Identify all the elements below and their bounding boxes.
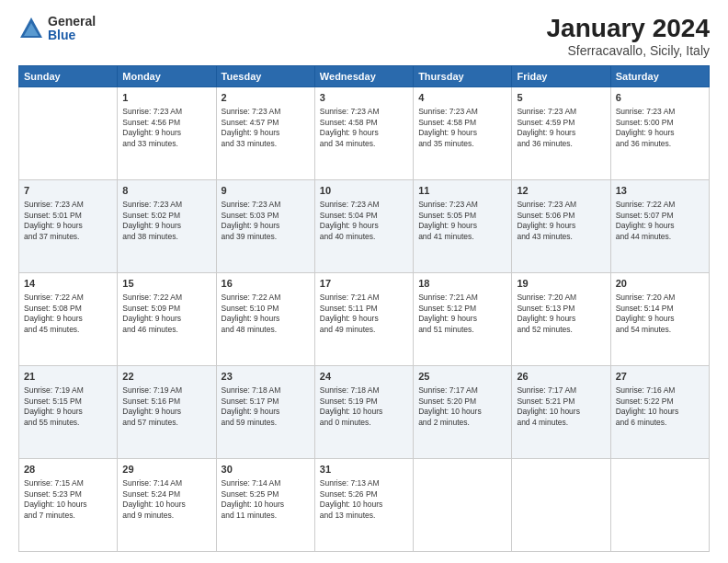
day-number: 9 — [222, 184, 310, 198]
col-thursday: Thursday — [414, 65, 512, 86]
day-number: 10 — [320, 184, 408, 198]
day-number: 8 — [122, 184, 210, 198]
day-info: Sunrise: 7:23 AMSunset: 4:58 PMDaylight:… — [418, 107, 506, 149]
day-number: 31 — [320, 463, 408, 477]
table-row: 14Sunrise: 7:22 AMSunset: 5:08 PMDayligh… — [19, 272, 118, 365]
day-number: 26 — [517, 370, 605, 384]
table-row: 8Sunrise: 7:23 AMSunset: 5:02 PMDaylight… — [118, 179, 216, 272]
day-info: Sunrise: 7:20 AMSunset: 5:14 PMDaylight:… — [616, 293, 704, 335]
day-info: Sunrise: 7:17 AMSunset: 5:20 PMDaylight:… — [418, 385, 506, 428]
col-wednesday: Wednesday — [314, 65, 413, 86]
col-sunday: Sunday — [19, 65, 118, 86]
day-number: 27 — [616, 370, 704, 384]
day-info: Sunrise: 7:22 AMSunset: 5:10 PMDaylight:… — [222, 293, 310, 335]
table-row: 19Sunrise: 7:20 AMSunset: 5:13 PMDayligh… — [512, 272, 610, 365]
day-number: 11 — [418, 184, 506, 198]
table-row: 31Sunrise: 7:13 AMSunset: 5:26 PMDayligh… — [314, 458, 413, 551]
day-number: 3 — [320, 91, 408, 105]
day-info: Sunrise: 7:17 AMSunset: 5:21 PMDaylight:… — [517, 385, 605, 428]
day-info: Sunrise: 7:23 AMSunset: 5:06 PMDaylight:… — [517, 200, 605, 242]
location-subtitle: Sferracavallo, Sicily, Italy — [547, 43, 710, 58]
calendar-week-row: 7Sunrise: 7:23 AMSunset: 5:01 PMDaylight… — [19, 179, 710, 272]
day-number: 5 — [517, 91, 605, 105]
calendar-week-row: 1Sunrise: 7:23 AMSunset: 4:56 PMDaylight… — [19, 86, 710, 179]
table-row: 11Sunrise: 7:23 AMSunset: 5:05 PMDayligh… — [414, 179, 512, 272]
calendar-header-row: Sunday Monday Tuesday Wednesday Thursday… — [19, 65, 710, 86]
table-row: 30Sunrise: 7:14 AMSunset: 5:25 PMDayligh… — [216, 458, 314, 551]
table-row — [512, 458, 610, 551]
table-row: 6Sunrise: 7:23 AMSunset: 5:00 PMDaylight… — [610, 86, 709, 179]
day-number: 18 — [418, 277, 506, 291]
logo: General Blue — [18, 15, 96, 43]
day-number: 30 — [222, 463, 310, 477]
page: General Blue January 2024 Sferracavallo,… — [0, 0, 728, 563]
table-row: 7Sunrise: 7:23 AMSunset: 5:01 PMDaylight… — [19, 179, 118, 272]
day-info: Sunrise: 7:22 AMSunset: 5:09 PMDaylight:… — [122, 293, 210, 335]
calendar-week-row: 21Sunrise: 7:19 AMSunset: 5:15 PMDayligh… — [19, 365, 710, 458]
day-number: 29 — [122, 463, 210, 477]
day-info: Sunrise: 7:23 AMSunset: 4:56 PMDaylight:… — [122, 107, 210, 149]
day-info: Sunrise: 7:23 AMSunset: 5:03 PMDaylight:… — [222, 200, 310, 242]
table-row: 10Sunrise: 7:23 AMSunset: 5:04 PMDayligh… — [314, 179, 413, 272]
calendar-week-row: 14Sunrise: 7:22 AMSunset: 5:08 PMDayligh… — [19, 272, 710, 365]
table-row: 28Sunrise: 7:15 AMSunset: 5:23 PMDayligh… — [19, 458, 118, 551]
table-row: 17Sunrise: 7:21 AMSunset: 5:11 PMDayligh… — [314, 272, 413, 365]
table-row: 25Sunrise: 7:17 AMSunset: 5:20 PMDayligh… — [414, 365, 512, 458]
table-row: 24Sunrise: 7:18 AMSunset: 5:19 PMDayligh… — [314, 365, 413, 458]
table-row: 20Sunrise: 7:20 AMSunset: 5:14 PMDayligh… — [610, 272, 709, 365]
day-info: Sunrise: 7:23 AMSunset: 4:57 PMDaylight:… — [222, 107, 310, 149]
day-info: Sunrise: 7:20 AMSunset: 5:13 PMDaylight:… — [517, 293, 605, 335]
day-info: Sunrise: 7:13 AMSunset: 5:26 PMDaylight:… — [320, 478, 408, 521]
day-info: Sunrise: 7:21 AMSunset: 5:12 PMDaylight:… — [418, 293, 506, 335]
table-row: 1Sunrise: 7:23 AMSunset: 4:56 PMDaylight… — [118, 86, 216, 179]
day-number: 17 — [320, 277, 408, 291]
day-info: Sunrise: 7:22 AMSunset: 5:08 PMDaylight:… — [24, 293, 112, 335]
day-number: 25 — [418, 370, 506, 384]
day-info: Sunrise: 7:19 AMSunset: 5:15 PMDaylight:… — [24, 385, 112, 428]
table-row: 3Sunrise: 7:23 AMSunset: 4:58 PMDaylight… — [314, 86, 413, 179]
table-row: 18Sunrise: 7:21 AMSunset: 5:12 PMDayligh… — [414, 272, 512, 365]
day-info: Sunrise: 7:23 AMSunset: 5:01 PMDaylight:… — [24, 200, 112, 242]
table-row — [19, 86, 118, 179]
day-info: Sunrise: 7:19 AMSunset: 5:16 PMDaylight:… — [122, 385, 210, 428]
col-saturday: Saturday — [610, 65, 709, 86]
table-row: 21Sunrise: 7:19 AMSunset: 5:15 PMDayligh… — [19, 365, 118, 458]
table-row: 26Sunrise: 7:17 AMSunset: 5:21 PMDayligh… — [512, 365, 610, 458]
table-row: 12Sunrise: 7:23 AMSunset: 5:06 PMDayligh… — [512, 179, 610, 272]
day-info: Sunrise: 7:18 AMSunset: 5:19 PMDaylight:… — [320, 385, 408, 428]
day-info: Sunrise: 7:23 AMSunset: 4:59 PMDaylight:… — [517, 107, 605, 149]
table-row: 5Sunrise: 7:23 AMSunset: 4:59 PMDaylight… — [512, 86, 610, 179]
day-number: 14 — [24, 277, 112, 291]
day-info: Sunrise: 7:23 AMSunset: 5:00 PMDaylight:… — [616, 107, 704, 149]
day-info: Sunrise: 7:21 AMSunset: 5:11 PMDaylight:… — [320, 293, 408, 335]
table-row: 22Sunrise: 7:19 AMSunset: 5:16 PMDayligh… — [118, 365, 216, 458]
table-row — [414, 458, 512, 551]
table-row: 15Sunrise: 7:22 AMSunset: 5:09 PMDayligh… — [118, 272, 216, 365]
header: General Blue January 2024 Sferracavallo,… — [18, 15, 710, 58]
day-info: Sunrise: 7:23 AMSunset: 5:05 PMDaylight:… — [418, 200, 506, 242]
day-number: 13 — [616, 184, 704, 198]
logo-text: General Blue — [48, 15, 96, 43]
day-number: 6 — [616, 91, 704, 105]
table-row: 4Sunrise: 7:23 AMSunset: 4:58 PMDaylight… — [414, 86, 512, 179]
day-info: Sunrise: 7:15 AMSunset: 5:23 PMDaylight:… — [24, 478, 112, 521]
logo-blue-label: Blue — [48, 29, 96, 42]
table-row: 16Sunrise: 7:22 AMSunset: 5:10 PMDayligh… — [216, 272, 314, 365]
logo-icon — [18, 16, 44, 41]
table-row: 27Sunrise: 7:16 AMSunset: 5:22 PMDayligh… — [610, 365, 709, 458]
day-number: 28 — [24, 463, 112, 477]
calendar-week-row: 28Sunrise: 7:15 AMSunset: 5:23 PMDayligh… — [19, 458, 710, 551]
day-info: Sunrise: 7:14 AMSunset: 5:24 PMDaylight:… — [122, 478, 210, 521]
table-row — [610, 458, 709, 551]
calendar-table: Sunday Monday Tuesday Wednesday Thursday… — [18, 65, 710, 552]
day-info: Sunrise: 7:16 AMSunset: 5:22 PMDaylight:… — [616, 385, 704, 428]
day-number: 12 — [517, 184, 605, 198]
day-number: 23 — [222, 370, 310, 384]
day-number: 24 — [320, 370, 408, 384]
day-number: 4 — [418, 91, 506, 105]
day-number: 19 — [517, 277, 605, 291]
day-number: 7 — [24, 184, 112, 198]
day-info: Sunrise: 7:18 AMSunset: 5:17 PMDaylight:… — [222, 385, 310, 428]
day-info: Sunrise: 7:23 AMSunset: 5:04 PMDaylight:… — [320, 200, 408, 242]
logo-general-label: General — [48, 15, 96, 29]
